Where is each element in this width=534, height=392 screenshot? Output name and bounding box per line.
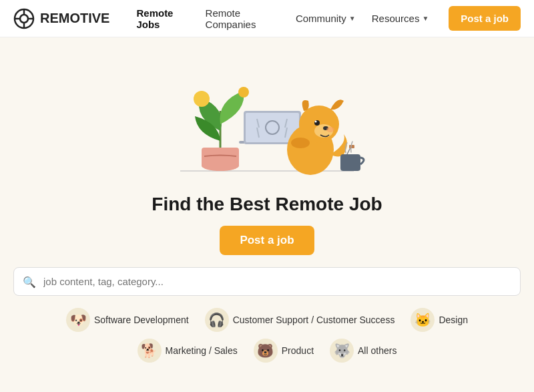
nav-links: Remote Jobs Remote Companies Community ▼… xyxy=(136,7,429,30)
hero-illustration xyxy=(140,44,394,191)
category-marketing[interactable]: 🐕 Marketing / Sales xyxy=(138,339,238,363)
post-job-nav-button[interactable]: Post a job xyxy=(449,6,521,31)
post-job-hero-button[interactable]: Post a job xyxy=(220,226,314,255)
category-customer-support[interactable]: 🎧 Customer Support / Customer Success xyxy=(205,308,395,332)
svg-point-25 xyxy=(315,121,317,123)
category-design[interactable]: 🐱 Design xyxy=(411,308,468,332)
category-label: Customer Support / Customer Success xyxy=(233,315,395,325)
community-caret-icon: ▼ xyxy=(349,15,356,22)
hero-title: Find the Best Remote Job xyxy=(152,194,382,215)
nav-remote-jobs[interactable]: Remote Jobs xyxy=(136,7,189,30)
svg-line-29 xyxy=(347,148,350,154)
category-label: All others xyxy=(358,345,396,356)
category-software-dev[interactable]: 🐶 Software Development xyxy=(66,308,189,332)
category-label: Marketing / Sales xyxy=(166,345,238,356)
nav-community[interactable]: Community ▼ xyxy=(296,13,356,24)
resources-caret-icon: ▼ xyxy=(422,15,429,22)
svg-rect-28 xyxy=(340,154,360,171)
category-product[interactable]: 🐻 Product xyxy=(254,339,314,363)
logo-icon xyxy=(13,8,35,29)
categories-list: 🐶 Software Development 🎧 Customer Suppor… xyxy=(0,308,534,363)
search-icon: 🔍 xyxy=(23,275,36,288)
category-emoji: 🐱 xyxy=(411,308,435,332)
category-emoji: 🐶 xyxy=(66,308,90,332)
nav-resources[interactable]: Resources ▼ xyxy=(372,13,429,24)
category-all-others[interactable]: 🐺 All others xyxy=(330,339,396,363)
svg-point-11 xyxy=(238,87,249,97)
svg-point-26 xyxy=(326,127,334,132)
category-label: Design xyxy=(439,315,468,325)
svg-point-1 xyxy=(20,15,28,23)
category-emoji: 🐕 xyxy=(138,339,162,363)
logo-text: REMOTIVE xyxy=(40,11,109,26)
svg-point-27 xyxy=(291,138,310,148)
category-label: Product xyxy=(282,345,314,356)
hero-section: Find the Best Remote Job Post a job 🔍 🐶 … xyxy=(0,37,534,363)
nav-remote-companies[interactable]: Remote Companies xyxy=(206,7,280,30)
category-emoji: 🎧 xyxy=(205,308,229,332)
navbar: REMOTIVE Remote Jobs Remote Companies Co… xyxy=(0,0,534,37)
logo[interactable]: REMOTIVE xyxy=(13,8,109,29)
category-emoji: 🐻 xyxy=(254,339,278,363)
search-input[interactable] xyxy=(13,267,521,296)
search-bar: 🔍 xyxy=(13,267,521,296)
category-label: Software Development xyxy=(94,315,189,325)
svg-rect-8 xyxy=(202,148,239,168)
svg-point-10 xyxy=(194,91,210,107)
category-emoji: 🐺 xyxy=(330,339,354,363)
